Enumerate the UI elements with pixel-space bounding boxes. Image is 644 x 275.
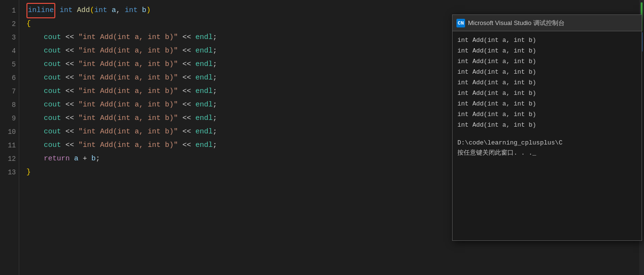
code-line-4: cout << "int Add(int a, int b)" << endl; bbox=[26, 44, 442, 58]
console-content: int Add(int a, int b) int Add(int a, int… bbox=[453, 31, 642, 162]
console-output-9: int Add(int a, int b) bbox=[457, 120, 637, 131]
function-name: Add bbox=[77, 4, 90, 17]
code-line-9: cout << "int Add(int a, int b)" << endl; bbox=[26, 112, 442, 125]
console-output-7: int Add(int a, int b) bbox=[457, 99, 637, 109]
param-b: b bbox=[142, 4, 146, 17]
console-output-6: int Add(int a, int b) bbox=[457, 88, 637, 99]
console-output-8: int Add(int a, int b) bbox=[457, 109, 637, 120]
code-line-7: cout << "int Add(int a, int b)" << endl; bbox=[26, 85, 442, 98]
code-line-10: cout << "int Add(int a, int b)" << endl; bbox=[26, 125, 442, 139]
code-line-5: cout << "int Add(int a, int b)" << endl; bbox=[26, 58, 442, 71]
code-editor: 1 2 3 4 5 6 7 8 9 10 11 12 13 inline int… bbox=[0, 0, 447, 275]
keyword-return: return bbox=[44, 152, 70, 166]
code-line-1: inline int Add(int a, int b) bbox=[26, 4, 442, 17]
vs-icon: CN bbox=[456, 19, 465, 27]
keyword-int-1: int bbox=[60, 4, 73, 17]
code-line-11: cout << "int Add(int a, int b)" << endl; bbox=[26, 139, 442, 152]
console-title: Microsoft Visual Studio 调试控制台 bbox=[468, 19, 565, 27]
keyword-int-3: int bbox=[125, 4, 138, 17]
line-numbers: 1 2 3 4 5 6 7 8 9 10 11 12 13 bbox=[0, 0, 19, 275]
console-output-5: int Add(int a, int b) bbox=[457, 78, 637, 88]
code-line-2: { bbox=[26, 17, 442, 31]
console-output-4: int Add(int a, int b) bbox=[457, 67, 637, 78]
console-output-3: int Add(int a, int b) bbox=[457, 56, 637, 67]
console-titlebar: CN Microsoft Visual Studio 调试控制台 bbox=[453, 15, 642, 31]
code-line-12: return a + b; bbox=[26, 152, 442, 166]
console-panel: CN Microsoft Visual Studio 调试控制台 int Add… bbox=[452, 14, 642, 241]
console-output-1: int Add(int a, int b) bbox=[457, 35, 637, 46]
console-prompt: 按任意键关闭此窗口. . ._ bbox=[457, 148, 637, 158]
console-path: D:\code\learning_cplusplus\C bbox=[457, 138, 637, 148]
param-a: a bbox=[112, 4, 116, 17]
keyword-int-2: int bbox=[94, 4, 107, 17]
console-output-2: int Add(int a, int b) bbox=[457, 46, 637, 56]
code-line-3: cout << "int Add(int a, int b)" << endl; bbox=[26, 31, 442, 44]
code-content: inline int Add(int a, int b) { cout << "… bbox=[22, 0, 447, 275]
code-line-6: cout << "int Add(int a, int b)" << endl; bbox=[26, 71, 442, 85]
code-line-13: } bbox=[26, 166, 442, 179]
keyword-inline: inline bbox=[26, 3, 55, 18]
code-line-8: cout << "int Add(int a, int b)" << endl; bbox=[26, 98, 442, 112]
